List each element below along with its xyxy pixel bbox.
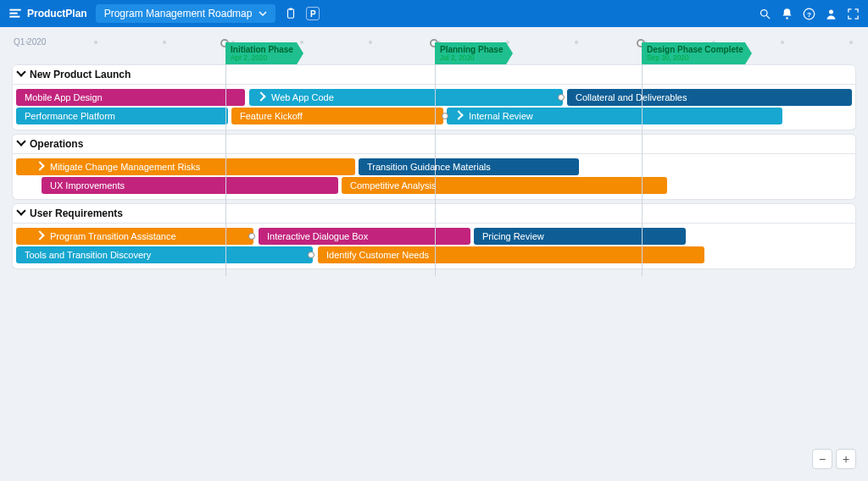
link-dot-icon[interactable] bbox=[248, 233, 255, 240]
roadmap-bar[interactable]: Transition Guidance Materials bbox=[359, 158, 579, 175]
svg-rect-1 bbox=[9, 13, 17, 14]
fullscreen-icon[interactable] bbox=[846, 7, 860, 20]
bar-label: Mitigate Change Management Risks bbox=[50, 158, 200, 175]
roadmap-bar[interactable]: Identify Customer Needs bbox=[318, 246, 704, 263]
roadmap-bar[interactable]: Performance Platform bbox=[16, 108, 228, 124]
lane: New Product LaunchMobile App DesignWeb A… bbox=[12, 64, 856, 130]
roadmap-bar[interactable]: Web App Code bbox=[249, 89, 563, 106]
svg-text:?: ? bbox=[807, 10, 811, 18]
lane-row: Performance PlatformFeature KickoffInter… bbox=[16, 108, 852, 124]
roadmap-canvas[interactable]: Q1 2020 Initiation PhaseApr 2, 2020Plann… bbox=[8, 34, 860, 473]
lane-row: Tools and Transition DiscoveryIdentify C… bbox=[16, 246, 852, 263]
roadmap-bar[interactable]: Mitigate Change Management Risks bbox=[16, 158, 355, 175]
brand-logo[interactable]: ProductPlan bbox=[8, 7, 87, 20]
clipboard-icon[interactable] bbox=[284, 7, 298, 20]
link-dot-icon[interactable] bbox=[442, 113, 448, 119]
lane-header[interactable]: User Requirements bbox=[12, 203, 856, 224]
bell-icon[interactable] bbox=[780, 7, 793, 20]
roadmap-bar[interactable]: Program Transition Assistance bbox=[16, 228, 253, 245]
chevron-right-icon bbox=[36, 163, 45, 171]
chevron-down-icon bbox=[259, 9, 267, 18]
roadmap-bar[interactable]: Interactive Dialogue Box bbox=[259, 228, 470, 245]
roadmap-bar[interactable]: UX Improvements bbox=[42, 177, 338, 194]
bar-label: Program Transition Assistance bbox=[50, 228, 176, 245]
bar-label: Collateral and Deliverables bbox=[576, 89, 687, 106]
bar-label: Internal Review bbox=[469, 108, 533, 124]
svg-rect-0 bbox=[9, 9, 20, 11]
lane-title: User Requirements bbox=[30, 207, 123, 219]
roadmap-bar[interactable]: Pricing Review bbox=[474, 228, 686, 245]
lane-header[interactable]: Operations bbox=[12, 134, 856, 154]
lane-title: New Product Launch bbox=[30, 69, 131, 80]
lane-body: Program Transition AssistanceInteractive… bbox=[12, 224, 856, 269]
roadmap-bar[interactable]: Collateral and Deliverables bbox=[567, 89, 852, 106]
brand-text: ProductPlan bbox=[27, 8, 87, 19]
bar-label: UX Improvements bbox=[50, 177, 125, 194]
chevron-right-icon bbox=[455, 112, 464, 120]
help-icon[interactable]: ? bbox=[802, 7, 815, 20]
lane-row: Mitigate Change Management RisksTransiti… bbox=[16, 158, 852, 175]
logo-icon bbox=[8, 7, 22, 20]
bar-label: Tools and Transition Discovery bbox=[25, 246, 151, 263]
milestone[interactable]: Design Phase CompleteSep 30, 2020 bbox=[642, 42, 752, 64]
milestone-flag: Planning PhaseJul 2, 2020 bbox=[435, 42, 513, 64]
roadmap-bar[interactable]: Mobile App Design bbox=[16, 89, 245, 106]
svg-line-6 bbox=[766, 15, 770, 19]
lane-row: Mobile App DesignWeb App CodeCollateral … bbox=[16, 89, 852, 106]
lane: OperationsMitigate Change Management Ris… bbox=[12, 134, 856, 200]
bar-label: Mobile App Design bbox=[25, 89, 103, 106]
milestone-flag: Initiation PhaseApr 2, 2020 bbox=[225, 42, 303, 64]
bar-label: Performance Platform bbox=[25, 108, 115, 124]
chevron-right-icon bbox=[36, 232, 45, 240]
bar-label: Transition Guidance Materials bbox=[367, 158, 491, 175]
milestone-flag: Design Phase CompleteSep 30, 2020 bbox=[642, 42, 752, 64]
lane-body: Mobile App DesignWeb App CodeCollateral … bbox=[12, 85, 856, 130]
zoom-controls: − + bbox=[812, 449, 856, 469]
lane-row: Program Transition AssistanceInteractive… bbox=[16, 228, 852, 245]
bar-label: Web App Code bbox=[271, 89, 334, 106]
roadmap-selector[interactable]: Program Management Roadmap bbox=[96, 4, 276, 23]
svg-rect-3 bbox=[288, 9, 294, 19]
link-dot-icon[interactable] bbox=[308, 252, 314, 258]
svg-rect-2 bbox=[9, 16, 19, 18]
milestone[interactable]: Planning PhaseJul 2, 2020 bbox=[435, 42, 513, 64]
user-icon[interactable] bbox=[824, 7, 837, 20]
quarter-label: Q1 2020 bbox=[14, 37, 46, 47]
lane-row: UX ImprovementsCompetitive Analysis bbox=[16, 177, 852, 194]
zoom-out-button[interactable]: − bbox=[812, 449, 832, 469]
lane-body: Mitigate Change Management RisksTransiti… bbox=[12, 154, 856, 200]
app-header: ProductPlan Program Management Roadmap P… bbox=[0, 0, 868, 27]
roadmap-bar[interactable]: Internal Review bbox=[447, 108, 782, 124]
bar-label: Interactive Dialogue Box bbox=[267, 228, 368, 245]
roadmap-name: Program Management Roadmap bbox=[104, 8, 253, 19]
roadmap-bar[interactable]: Competitive Analysis bbox=[342, 177, 667, 194]
zoom-in-button[interactable]: + bbox=[836, 449, 856, 469]
lane-title: Operations bbox=[30, 138, 83, 150]
lane-header[interactable]: New Product Launch bbox=[12, 64, 856, 85]
bar-label: Pricing Review bbox=[482, 228, 544, 245]
svg-rect-4 bbox=[290, 8, 293, 10]
roadmap-bar[interactable]: Feature Kickoff bbox=[231, 108, 443, 124]
parking-icon[interactable]: P bbox=[306, 7, 320, 20]
bar-label: Feature Kickoff bbox=[240, 108, 303, 124]
roadmap-bar[interactable]: Tools and Transition Discovery bbox=[16, 246, 313, 263]
search-icon[interactable] bbox=[758, 7, 771, 20]
chevron-down-icon bbox=[18, 209, 26, 218]
chevron-down-icon bbox=[18, 70, 26, 79]
svg-point-10 bbox=[829, 9, 833, 14]
lane: User RequirementsProgram Transition Assi… bbox=[12, 203, 856, 269]
milestone[interactable]: Initiation PhaseApr 2, 2020 bbox=[225, 42, 303, 64]
bar-label: Competitive Analysis bbox=[350, 177, 437, 194]
chevron-down-icon bbox=[18, 140, 26, 148]
bar-label: Identify Customer Needs bbox=[326, 246, 429, 263]
svg-point-7 bbox=[786, 17, 788, 19]
chevron-right-icon bbox=[258, 93, 266, 102]
lanes-container: New Product LaunchMobile App DesignWeb A… bbox=[8, 64, 860, 273]
link-dot-icon[interactable] bbox=[558, 94, 565, 101]
svg-point-5 bbox=[760, 9, 767, 16]
